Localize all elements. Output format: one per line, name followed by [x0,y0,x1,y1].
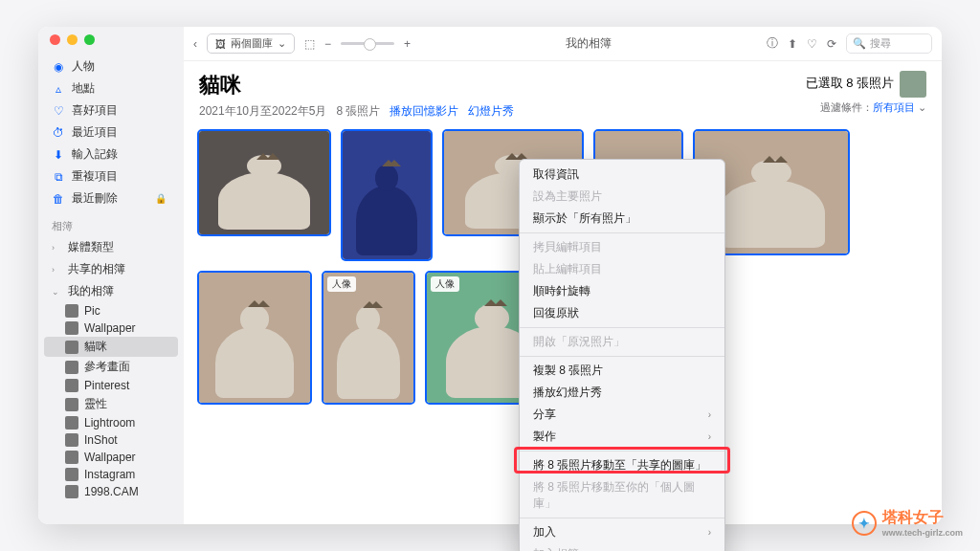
watermark: ✦ 塔科女子www.tech-girlz.com [852,508,963,538]
minimize-window[interactable] [67,34,78,45]
pin-icon: ▵ [52,82,65,96]
zoom-out-icon[interactable]: − [324,37,331,51]
filter-dropdown[interactable]: 所有項目 [873,101,915,113]
filter-label: 過濾條件： [820,101,873,113]
album-thumb-icon [65,304,78,318]
album-list: PicWallpaper貓咪參考畫面Pinterest靈性LightroomIn… [44,302,178,500]
sidebar-item-duplicates[interactable]: ⧉重複項目 [44,165,178,187]
info-button[interactable]: ⓘ [767,35,778,52]
album-thumb-icon [65,451,78,464]
album-item[interactable]: Wallpaper [44,320,178,337]
aspect-button[interactable]: ⬚ [304,37,315,51]
menu-item-label: 取得資訊 [533,166,579,183]
menu-item-label: 開啟「原況照片」 [533,334,625,350]
chevron-down-icon: ⌄ [52,287,61,297]
zoom-slider[interactable] [341,42,394,45]
sidebar-section: ◉人物 ▵地點 ♡喜好項目 ⏱最近項目 ⬇︎輸入記錄 ⧉重複項目 🗑最近刪除🔒 [44,55,178,209]
photo-thumbnail[interactable] [197,271,312,405]
menu-item[interactable]: 分享› [520,404,724,426]
search-input[interactable]: 🔍搜尋 [846,33,932,54]
favorite-button[interactable]: ♡ [807,37,817,51]
sidebar-folder-myalbums[interactable]: ⌄我的相簿 [44,280,178,302]
photo-thumbnail[interactable] [197,129,331,236]
album-item[interactable]: InShot [44,431,178,449]
album-thumb-icon [65,341,78,354]
rotate-button[interactable]: ⟳ [827,37,836,51]
toolbar-title: 我的相簿 [566,35,612,52]
portrait-badge: 人像 [431,276,459,292]
lock-icon: 🔒 [155,193,170,204]
play-memory-link[interactable]: 播放回憶影片 [390,103,458,120]
sidebar-item-recents[interactable]: ⏱最近項目 [44,121,178,143]
menu-item[interactable]: 取得資訊 [520,164,724,186]
menu-item-label: 將 8 張照片移動至你的「個人圖庫」 [533,479,711,512]
album-thumb-icon [65,468,78,481]
album-label: 參考畫面 [84,359,130,375]
photo-thumbnail[interactable]: 人像 [322,271,415,405]
album-thumb-icon [65,433,78,447]
album-item[interactable]: 參考畫面 [44,357,178,377]
sidebar-item-people[interactable]: ◉人物 [44,55,178,77]
album-item[interactable]: Wallpaper [44,449,178,466]
fullscreen-window[interactable] [84,34,95,45]
menu-item: 開啟「原況照片」 [520,331,724,353]
photos-window: ◉人物 ▵地點 ♡喜好項目 ⏱最近項目 ⬇︎輸入記錄 ⧉重複項目 🗑最近刪除🔒 … [38,27,942,524]
share-button[interactable]: ⬆︎ [788,37,797,51]
chevron-right-icon: › [52,243,61,253]
sidebar-item-deleted[interactable]: 🗑最近刪除🔒 [44,187,178,209]
album-item[interactable]: Lightroom [44,414,178,431]
library-pill-label: 兩個圖庫 [231,36,273,51]
window-controls [50,34,95,45]
sidebar-item-favorites[interactable]: ♡喜好項目 [44,99,178,121]
photo-thumbnail[interactable] [341,129,433,261]
people-icon: ◉ [52,60,65,74]
menu-item[interactable]: 複製 8 張照片 [520,360,724,382]
menu-item: 加入相簿 [520,543,724,551]
album-label: 貓咪 [84,339,107,355]
album-item[interactable]: Instagram [44,466,178,483]
album-label: Pinterest [84,379,129,392]
album-item[interactable]: 靈性 [44,394,178,414]
sidebar-item-label: 共享的相簿 [68,261,125,277]
menu-item[interactable]: 顯示於「所有照片」 [520,208,724,230]
sidebar-item-label: 輸入記錄 [72,146,118,163]
duplicate-icon: ⧉ [52,170,65,184]
menu-item-label: 加入相簿 [533,546,579,551]
zoom-in-icon[interactable]: + [404,37,411,51]
menu-item[interactable]: 播放幻燈片秀 [520,382,724,404]
menu-item[interactable]: 順時針旋轉 [520,280,724,302]
album-item[interactable]: Pic [44,302,178,320]
library-switcher[interactable]: 🖼兩個圖庫⌄ [207,33,295,54]
sidebar-item-label: 人物 [72,58,95,75]
menu-separator [520,327,724,328]
menu-separator [520,451,724,452]
album-label: 靈性 [84,396,107,412]
album-item[interactable]: 貓咪 [44,337,178,357]
album-item[interactable]: Pinterest [44,377,178,394]
menu-item-label: 複製 8 張照片 [533,363,603,379]
menu-item-label: 回復原狀 [533,305,579,321]
sidebar-folder-shared[interactable]: ›共享的相簿 [44,258,178,280]
album-header: 貓咪 2021年10月至2022年5月 8 張照片 播放回憶影片 幻燈片秀 已選… [184,61,942,125]
sidebar-item-imports[interactable]: ⬇︎輸入記錄 [44,143,178,165]
menu-item[interactable]: 將 8 張照片移動至「共享的圖庫」 [520,454,724,476]
portrait-badge: 人像 [327,276,356,292]
menu-item[interactable]: 回復原狀 [520,302,724,324]
album-item[interactable]: 1998.CAM [44,483,178,500]
menu-item: 將 8 張照片移動至你的「個人圖庫」 [520,476,724,515]
menu-item[interactable]: 加入› [520,521,724,543]
chevron-right-icon: › [708,409,711,420]
photo-count: 8 張照片 [336,103,380,120]
back-button[interactable]: ‹ [193,37,197,51]
slideshow-link[interactable]: 幻燈片秀 [468,103,514,120]
album-label: Lightroom [84,416,135,430]
close-window[interactable] [50,34,60,45]
date-range: 2021年10月至2022年5月 [199,103,326,120]
menu-separator [520,232,724,233]
menu-separator [520,518,724,518]
menu-item-label: 將 8 張照片移動至「共享的圖庫」 [533,457,706,474]
sidebar-folder-media[interactable]: ›媒體類型 [44,236,178,258]
sidebar-item-label: 重複項目 [72,168,118,185]
sidebar-item-places[interactable]: ▵地點 [44,77,178,99]
menu-item[interactable]: 製作› [520,426,724,448]
